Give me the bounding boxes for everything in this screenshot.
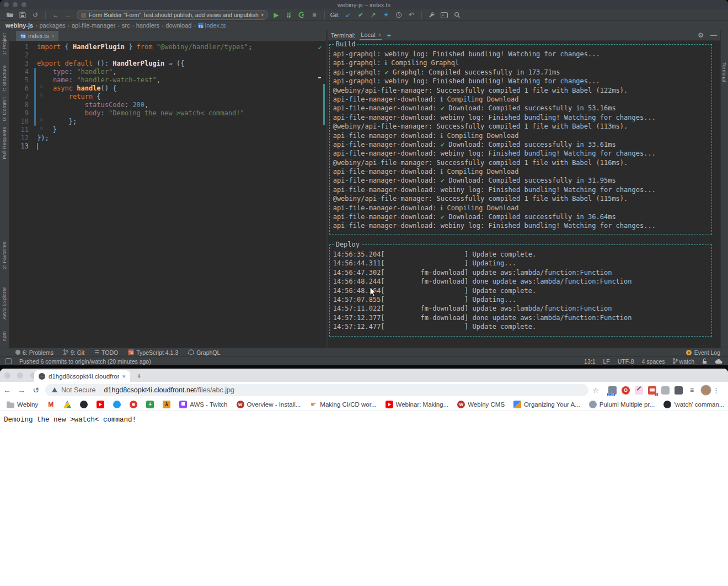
bookmark-item[interactable]: 'watch' comman...	[663, 401, 724, 408]
puzzle-extensions-icon[interactable]	[675, 386, 683, 395]
browser-tab[interactable]: d1hgd8csopkt4i.cloudfront.ne ×	[34, 370, 130, 382]
bookmark-item[interactable]: λ	[163, 401, 170, 408]
inspection-ok-icon[interactable]: ✔	[318, 44, 322, 51]
reload-icon[interactable]: ↺	[29, 386, 43, 395]
breadcrumb-item[interactable]: handlers	[136, 22, 159, 29]
toolwindow-structure[interactable]: 7: Structure	[1, 65, 7, 92]
close-icon[interactable]: ×	[378, 32, 382, 38]
code-editor[interactable]: 12345678910111213 import { HandlerPlugin…	[9, 41, 326, 348]
menu-icon[interactable]: ⋮	[713, 386, 720, 395]
toolwindow-favorites[interactable]: 2: Favorites	[1, 242, 7, 269]
new-terminal-button[interactable]: +	[387, 31, 391, 40]
editor-gutter[interactable]: 12345678910111213	[9, 43, 29, 151]
aws-cost-extension-icon[interactable]: 2.25	[608, 386, 617, 395]
fold-marker[interactable]: ○	[40, 84, 44, 88]
bookmark-item[interactable]	[113, 401, 121, 408]
forward-icon[interactable]: →	[64, 10, 73, 19]
fold-marker[interactable]: ○	[40, 93, 44, 97]
toolwindow-npm[interactable]: npm	[1, 331, 7, 341]
indent-setting[interactable]: 4 spaces	[642, 358, 665, 365]
open-folder-icon[interactable]	[6, 10, 14, 19]
toolwindow-switcher-icon[interactable]	[6, 358, 12, 364]
toolwindow-button-todo[interactable]: ☰TODO	[94, 349, 118, 356]
toolwindow-terminal[interactable]: Terminal	[721, 62, 727, 82]
bookmark-item[interactable]: Pulumi Multiple pr...	[589, 401, 655, 408]
bookmark-item[interactable]	[97, 401, 104, 408]
toolwindow-awsexplorer[interactable]: AWS Explorer	[1, 287, 7, 319]
fold-marker[interactable]: ○	[40, 118, 44, 121]
terminal-tab-local[interactable]: Local ×	[360, 30, 382, 40]
breadcrumb-item[interactable]: webiny-js	[6, 22, 33, 29]
rollback-icon[interactable]: ↶	[407, 10, 416, 19]
search-everywhere-icon[interactable]	[453, 10, 462, 19]
bookmark-item[interactable]: wWebiny CMS	[457, 401, 505, 408]
back-icon[interactable]: ←	[0, 386, 14, 395]
fold-marker[interactable]: ○	[40, 126, 44, 130]
back-icon[interactable]: ←	[51, 10, 60, 19]
toolwindow-button-graphql[interactable]: GraphQL	[188, 349, 220, 356]
breadcrumb-item[interactable]: src	[122, 22, 130, 29]
fold-marker[interactable]: ○	[40, 134, 44, 138]
macos-close-button[interactable]	[4, 372, 10, 379]
bookmark-item[interactable]: Webiny	[7, 401, 38, 408]
breadcrumb-item[interactable]: TSindex.ts	[198, 22, 226, 29]
macos-minimize-button[interactable]	[17, 372, 23, 379]
run-with-coverage-button[interactable]	[297, 10, 306, 19]
mail-extension-icon[interactable]: 5	[648, 386, 656, 395]
terminal-minimize-icon[interactable]: —	[710, 31, 717, 39]
toolwindow-button-problems[interactable]: 6: Problems	[15, 349, 53, 356]
adblock-extension-icon[interactable]: O	[622, 386, 630, 395]
git-update-icon[interactable]: ↙	[344, 10, 352, 19]
editor-tab-index-ts[interactable]: TS index.ts ×	[16, 31, 58, 41]
stop-button[interactable]: ■	[310, 10, 319, 19]
line-ending[interactable]: LF	[603, 358, 610, 365]
cloud-settings-icon[interactable]	[715, 359, 722, 364]
git-commit-icon[interactable]: ✔	[356, 10, 365, 19]
profile-avatar[interactable]	[700, 385, 711, 396]
wrench-icon[interactable]	[427, 10, 436, 19]
run-anything-icon[interactable]	[440, 10, 449, 19]
save-icon[interactable]	[18, 10, 27, 19]
breadcrumb-item[interactable]: api-file-manager	[72, 22, 115, 29]
bookmark-item[interactable]: M	[47, 401, 55, 408]
toolwindow-project[interactable]: 1: Project	[1, 33, 7, 55]
security-label[interactable]: Not Secure	[61, 386, 96, 394]
bookmark-item[interactable]	[63, 401, 71, 408]
history-clock-icon[interactable]	[394, 10, 403, 19]
bookmark-item[interactable]	[146, 401, 154, 408]
toolwindow-button-typescript[interactable]: TSTypeScript 4.1.3	[128, 349, 178, 356]
forward-icon[interactable]: →	[14, 386, 29, 395]
bookmark-item[interactable]: ☛Making CI/CD wor...	[309, 401, 376, 408]
git-push-icon[interactable]: ↗	[369, 10, 378, 19]
fold-marker[interactable]: ⊖	[40, 60, 44, 63]
toolwindow-button-git[interactable]: 9: Git	[63, 349, 84, 356]
file-encoding[interactable]: UTF-8	[618, 358, 634, 365]
scrollbar-vcs-mark[interactable]	[323, 84, 325, 125]
bookmark-star-icon[interactable]: ☆	[588, 386, 603, 395]
unlock-icon[interactable]	[702, 358, 707, 364]
breadcrumb-item[interactable]: packages	[39, 22, 65, 29]
bookmark-item[interactable]: wOverview - Install...	[237, 401, 301, 408]
bookmark-item[interactable]: AWS - Twitch	[179, 401, 227, 408]
debug-button[interactable]	[285, 10, 293, 19]
event-log-button[interactable]: Event Log	[686, 349, 720, 356]
terminal-settings-gear-icon[interactable]: ⚙	[698, 31, 704, 39]
breadcrumb-item[interactable]: download	[165, 22, 191, 29]
run-configuration-select[interactable]: Form Builder "Form" Test.should publish,…	[77, 10, 268, 20]
close-icon[interactable]: ×	[122, 373, 126, 380]
bookmark-item[interactable]	[80, 401, 88, 408]
media-list-icon[interactable]: ≡	[688, 386, 696, 395]
toolwindow-pullrequests[interactable]: Pull Requests	[1, 127, 7, 159]
bookmark-item[interactable]: Webinar: Making...	[386, 401, 449, 408]
close-icon[interactable]: ×	[51, 33, 55, 39]
code-area[interactable]: import { HandlerPlugin } from "@webiny/h…	[37, 43, 318, 151]
gray-extension-icon[interactable]	[661, 386, 670, 395]
new-tab-button[interactable]: +	[137, 371, 141, 380]
git-cherrypick-icon[interactable]: ✦	[382, 10, 390, 19]
git-branch-widget[interactable]: watch	[673, 358, 694, 365]
bookmark-item[interactable]	[130, 401, 137, 408]
toolwindow-commit[interactable]: 0: Commit	[1, 97, 7, 121]
bookmark-item[interactable]: Organizing Your A...	[513, 401, 580, 408]
address-bar[interactable]: Not Secure d1hgd8csopkt4i.cloudfront.net…	[45, 384, 588, 396]
sync-icon[interactable]: ↺	[31, 10, 40, 19]
